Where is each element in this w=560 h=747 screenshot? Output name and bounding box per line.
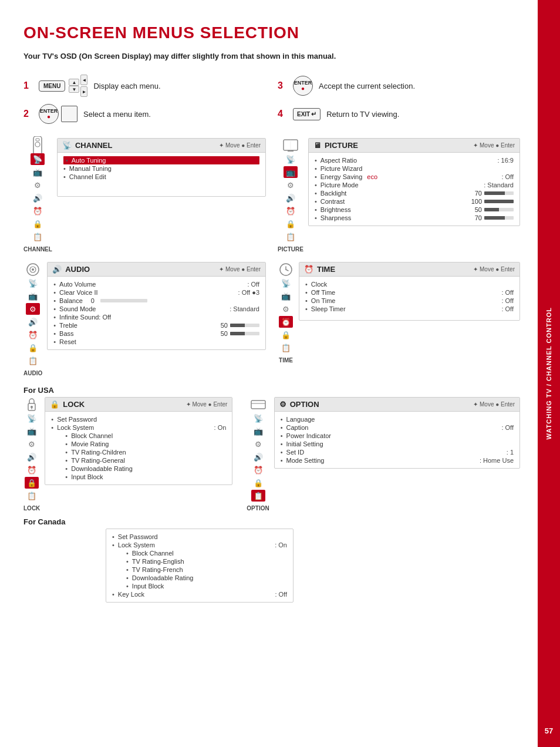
- svg-rect-4: [288, 150, 294, 152]
- lock-tv-rating-french[interactable]: • TV Rating-French: [112, 566, 287, 574]
- treble-bar: [230, 324, 259, 327]
- aud-bass[interactable]: • Bass 50: [53, 329, 259, 338]
- aud-reset[interactable]: • Reset: [53, 338, 259, 346]
- lock-input-block-usa[interactable]: • Input Block: [51, 473, 226, 481]
- for-canada-title: For Canada: [23, 517, 520, 526]
- opt-power-indicator[interactable]: • Power Indicator: [281, 432, 514, 440]
- channel-menu-body: • Auto Tuning • Manual Tuning • Channel …: [58, 153, 265, 184]
- pic-icon-4: 🔊: [284, 192, 298, 204]
- option-menu-box: ⚙ OPTION ✦ Move ● Enter • Language: [274, 397, 520, 469]
- down-arrow[interactable]: ▼: [69, 86, 79, 93]
- tim-icon-4: ⏰: [279, 316, 293, 328]
- opt-icon-6: 🔒: [251, 477, 265, 489]
- lock-menu-header: 🔒 LOCK ✦ Move ● Enter: [45, 398, 232, 412]
- aud-sound-mode[interactable]: • Sound Mode : Standard: [53, 305, 259, 313]
- lock-nav-hint: ✦ Move ● Enter: [186, 401, 228, 408]
- audio-nav-hint: ✦ Move ● Enter: [219, 266, 261, 272]
- opt-icon-1: 📡: [251, 412, 265, 424]
- aud-balance[interactable]: • Balance 0: [53, 297, 259, 305]
- lck-icon-6: 🔒: [25, 477, 39, 489]
- exit-button[interactable]: EXIT ↵: [293, 108, 321, 120]
- lock-label: LOCK: [23, 505, 40, 512]
- lock-block-channel-usa[interactable]: • Block Channel: [51, 432, 226, 440]
- channel-item-manual-tuning[interactable]: • Manual Tuning: [63, 164, 259, 173]
- opt-caption[interactable]: • Caption : Off: [281, 423, 514, 432]
- channel-item-channel-edit[interactable]: • Channel Edit: [63, 173, 259, 181]
- badge-3: 3: [278, 80, 287, 91]
- option-panel-wrapper: 📡 📺 ⚙ 🔊 ⏰ 🔒 📋 OPTION: [247, 397, 520, 512]
- channel-icon-3: ⚙: [31, 179, 45, 191]
- svg-rect-15: [251, 401, 265, 409]
- channel-menu-header: 📡 CHANNEL ✦ Move ● Enter: [58, 139, 265, 153]
- lock-downloadable-usa[interactable]: • Downloadable Rating: [51, 465, 226, 473]
- for-usa-title: For USA: [23, 386, 520, 395]
- channel-item-auto-tuning[interactable]: • Auto Tuning: [63, 156, 259, 164]
- pic-contrast[interactable]: • Contrast 100: [315, 197, 514, 206]
- aud-auto-volume[interactable]: • Auto Volume : Off: [53, 280, 259, 288]
- select-square-button[interactable]: [61, 106, 77, 122]
- up-arrow[interactable]: ▲: [69, 79, 79, 86]
- instruction-3: 3 ENTER ● Accept the current selection.: [278, 75, 520, 97]
- lock-menu-box-usa: 🔒 LOCK ✦ Move ● Enter • Set Password • L…: [45, 397, 232, 485]
- pic-backlight[interactable]: • Backlight 70: [315, 189, 514, 197]
- picture-nav-hint: ✦ Move ● Enter: [473, 142, 515, 149]
- pic-energy[interactable]: • Energy Saving eco : Off: [315, 173, 514, 181]
- time-on-time[interactable]: • On Time : Off: [305, 297, 514, 305]
- aud-clear-voice[interactable]: • Clear Voice II : Off ●3: [53, 288, 259, 297]
- side-tab-text: WATCHING TV / CHANNEL CONTROL: [545, 307, 552, 439]
- channel-panel-wrapper: 📡 📺 ⚙ 🔊 ⏰ 🔒 📋 CHANNEL 📡: [23, 138, 266, 253]
- left-arrow[interactable]: ◄: [80, 75, 87, 85]
- time-icon-col: 📡 📺 ⚙ ⏰ 🔒 📋 TIME: [278, 262, 294, 364]
- time-clock[interactable]: • Clock: [305, 280, 514, 288]
- aud-infinite-sound[interactable]: • Infinite Sound: Off: [53, 313, 259, 321]
- time-title-icon: ⏰: [304, 265, 313, 274]
- lock-system-usa[interactable]: • Lock System : On: [51, 423, 226, 432]
- lock-set-password-canada[interactable]: • Set Password: [112, 533, 287, 541]
- picture-menu-header: 🖥 PICTURE ✦ Move ● Enter: [309, 139, 519, 153]
- lock-block-channel-canada[interactable]: • Block Channel: [112, 549, 287, 557]
- time-sleep-timer[interactable]: • Sleep Timer : Off: [305, 305, 514, 313]
- enter-button-2[interactable]: ENTER ●: [39, 104, 59, 124]
- right-arrow[interactable]: ►: [80, 86, 87, 97]
- pic-wizard[interactable]: • Picture Wizard: [315, 164, 514, 173]
- option-icon: [250, 398, 266, 411]
- channel-icon-6: 🔒: [31, 218, 45, 230]
- option-menu-header: ⚙ OPTION ✦ Move ● Enter: [275, 398, 519, 412]
- lck-icon-4: 🔊: [25, 451, 39, 463]
- aud-icon-6: 🔒: [26, 342, 40, 354]
- opt-initial-setting[interactable]: • Initial Setting: [281, 440, 514, 448]
- instruction-1-desc: Display each menu.: [93, 82, 160, 90]
- pic-aspect-ratio[interactable]: • Aspect Ratio : 16:9: [315, 156, 514, 164]
- time-off-time[interactable]: • Off Time : Off: [305, 288, 514, 297]
- opt-language[interactable]: • Language: [281, 415, 514, 423]
- audio-menu-title: 🔊 AUDIO: [52, 265, 90, 274]
- lock-input-block-canada[interactable]: • Input Block: [112, 582, 287, 590]
- instruction-2-desc: Select a menu item.: [83, 110, 151, 119]
- lock-tv-rating-general[interactable]: • TV Rating-General: [51, 456, 226, 465]
- tim-icon-3: ⚙: [279, 303, 293, 315]
- lock-movie-rating[interactable]: • Movie Rating: [51, 440, 226, 448]
- lock-tv-rating-children[interactable]: • TV Rating-Children: [51, 448, 226, 456]
- instruction-1: 1 MENU ▲ ▼ ◄ ► Display each menu.: [23, 75, 266, 97]
- aud-treble[interactable]: • Treble 50: [53, 321, 259, 329]
- pic-mode[interactable]: • Picture Mode : Standard: [315, 181, 514, 189]
- menu-button[interactable]: MENU: [39, 80, 65, 92]
- pic-selected: 📺: [284, 166, 298, 178]
- opt-set-id[interactable]: • Set ID : 1: [281, 448, 514, 456]
- opt-mode-setting[interactable]: • Mode Setting : Home Use: [281, 456, 514, 465]
- option-nav-hint: ✦ Move ● Enter: [473, 401, 515, 408]
- picture-title-icon: 🖥: [313, 141, 321, 150]
- lock-tv-rating-english[interactable]: • TV Rating-English: [112, 557, 287, 566]
- pic-sharpness[interactable]: • Sharpness 70: [315, 214, 514, 222]
- audio-menu-header: 🔊 AUDIO ✦ Move ● Enter: [48, 263, 265, 277]
- opt-icon-4: 🔊: [251, 451, 265, 463]
- lock-downloadable-canada[interactable]: • Downloadable Rating: [112, 574, 287, 582]
- tim-icon-5: 🔒: [279, 329, 293, 341]
- enter-button-3[interactable]: ENTER ●: [293, 76, 313, 96]
- time-menu-title: ⏰ TIME: [304, 265, 335, 274]
- pic-brightness[interactable]: • Brightness 50: [315, 206, 514, 214]
- lock-set-password-usa[interactable]: • Set Password: [51, 415, 226, 423]
- lock-system-canada[interactable]: • Lock System : On: [112, 541, 287, 549]
- lock-menu-body-usa: • Set Password • Lock System : On • Bloc…: [45, 412, 232, 484]
- lock-key-lock[interactable]: • Key Lock : Off: [112, 590, 287, 598]
